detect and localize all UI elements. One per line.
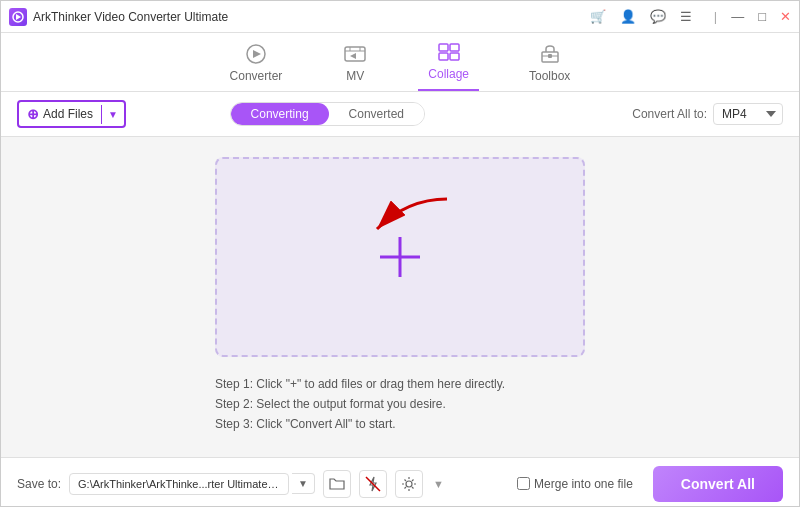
tab-mv-label: MV	[346, 69, 364, 83]
converter-icon	[243, 43, 269, 65]
merge-label[interactable]: Merge into one file	[534, 477, 633, 491]
save-path-input[interactable]	[69, 473, 289, 495]
tab-converted[interactable]: Converted	[329, 103, 424, 125]
nav-tabs: Converter MV Collage	[1, 33, 799, 92]
svg-rect-4	[450, 44, 459, 51]
tutorial-arrow	[327, 189, 457, 269]
title-bar: ArkThinker Video Converter Ultimate 🛒 👤 …	[1, 1, 799, 33]
drop-zone[interactable]	[215, 157, 585, 357]
folder-icon-btn[interactable]	[323, 470, 351, 498]
toolbar: ⊕ Add Files ▼ Converting Converted Conve…	[1, 92, 799, 137]
add-files-label: Add Files	[43, 107, 93, 121]
tab-converting[interactable]: Converting	[231, 103, 329, 125]
add-files-main[interactable]: ⊕ Add Files	[19, 102, 101, 126]
collage-icon	[436, 41, 462, 63]
tab-converter-label: Converter	[230, 69, 283, 83]
maximize-icon[interactable]: □	[758, 9, 766, 24]
main-content: Step 1: Click "+" to add files or drag t…	[1, 137, 799, 457]
instructions: Step 1: Click "+" to add files or drag t…	[215, 377, 585, 437]
path-dropdown[interactable]: ▼	[292, 473, 315, 494]
app-title: ArkThinker Video Converter Ultimate	[33, 10, 590, 24]
arrow-container	[327, 189, 457, 273]
svg-rect-8	[548, 54, 552, 58]
merge-checkbox-group: Merge into one file	[517, 477, 633, 491]
svg-rect-6	[450, 53, 459, 60]
mv-icon	[342, 43, 368, 65]
convert-all-to: Convert All to: MP4 MKV AVI MOV WMV	[632, 103, 783, 125]
chat-icon[interactable]: 💬	[650, 9, 666, 24]
window-controls: 🛒 👤 💬 ☰ | — □ ✕	[590, 9, 791, 24]
instruction-1: Step 1: Click "+" to add files or drag t…	[215, 377, 585, 391]
bottom-bar: Save to: ▼ ▼ Merge into one file Convert…	[1, 457, 799, 507]
instruction-3: Step 3: Click "Convert All" to start.	[215, 417, 585, 431]
convert-all-to-label: Convert All to:	[632, 107, 707, 121]
svg-point-11	[406, 481, 412, 487]
app-icon	[9, 8, 27, 26]
toolbox-icon	[537, 43, 563, 65]
no-flash-icon-btn[interactable]	[359, 470, 387, 498]
format-select[interactable]: MP4 MKV AVI MOV WMV	[713, 103, 783, 125]
svg-rect-5	[439, 53, 448, 60]
tab-toolbox[interactable]: Toolbox	[519, 43, 580, 91]
merge-checkbox-input[interactable]	[517, 477, 530, 490]
tab-collage-label: Collage	[428, 67, 469, 81]
add-files-dropdown-arrow[interactable]: ▼	[101, 105, 124, 124]
convert-all-button[interactable]: Convert All	[653, 466, 783, 502]
svg-rect-3	[439, 44, 448, 51]
tab-toolbox-label: Toolbox	[529, 69, 570, 83]
tab-converter[interactable]: Converter	[220, 43, 293, 91]
instruction-2: Step 2: Select the output format you des…	[215, 397, 585, 411]
tab-collage[interactable]: Collage	[418, 41, 479, 91]
person-icon[interactable]: 👤	[620, 9, 636, 24]
plus-icon: ⊕	[27, 106, 39, 122]
save-to-label: Save to:	[17, 477, 61, 491]
converting-tabs: Converting Converted	[230, 102, 425, 126]
settings-icon-btn[interactable]	[395, 470, 423, 498]
add-files-button[interactable]: ⊕ Add Files ▼	[17, 100, 126, 128]
tab-mv[interactable]: MV	[332, 43, 378, 91]
cart-icon[interactable]: 🛒	[590, 9, 606, 24]
minimize-icon[interactable]: —	[731, 9, 744, 24]
menu-icon[interactable]: ☰	[680, 9, 692, 24]
close-icon[interactable]: ✕	[780, 9, 791, 24]
